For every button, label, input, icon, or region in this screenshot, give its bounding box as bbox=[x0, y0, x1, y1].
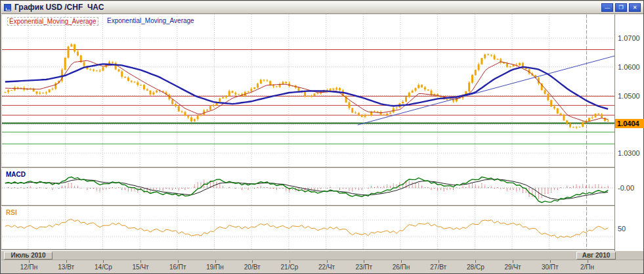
date-axis-tick bbox=[252, 260, 253, 263]
date-axis-label: 26/Пн bbox=[385, 263, 417, 271]
date-axis-tick bbox=[475, 260, 476, 263]
date-axis-label: 21/Ср bbox=[274, 263, 305, 271]
month-strip: Июль 2010 Авг 2010 bbox=[1, 251, 643, 260]
price-axis-label: 1.0300 bbox=[618, 149, 640, 157]
month-marker-july: Июль 2010 bbox=[4, 252, 53, 260]
macd-panel-canvas[interactable] bbox=[2, 169, 614, 205]
indicator-label-ema-blue: Exponential_Moving_Average bbox=[107, 17, 194, 24]
date-axis-tick bbox=[140, 260, 141, 263]
date-axis-label: 23/Пт bbox=[348, 263, 379, 271]
price-chart-canvas[interactable] bbox=[2, 14, 614, 167]
date-axis-tick bbox=[290, 260, 290, 263]
indicator-label-ema-red: Exponential_Moving_Average bbox=[7, 17, 98, 26]
date-axis-tick bbox=[29, 260, 30, 263]
restore-button[interactable]: ❐ bbox=[615, 3, 627, 12]
current-price-badge: 1.0404 bbox=[615, 119, 644, 128]
price-axis[interactable]: 1.0404 -0.00 50 1.07001.06001.05001.0300 bbox=[614, 14, 643, 251]
month-marker-august: Авг 2010 bbox=[576, 252, 616, 260]
minimize-button[interactable]: — bbox=[601, 3, 613, 12]
date-axis-tick bbox=[550, 260, 551, 263]
chart-window-icon bbox=[4, 4, 11, 11]
date-axis-label: 19/Пн bbox=[200, 263, 231, 271]
date-axis-label: 22/Чт bbox=[311, 263, 343, 271]
date-axis-label: 13/Вт bbox=[51, 263, 82, 271]
date-axis-tick bbox=[513, 260, 513, 263]
chart-window: График USD /CHF ЧАС —❐✕ Exponential_Movi… bbox=[0, 0, 644, 274]
date-axis-tick bbox=[215, 260, 216, 263]
date-axis-tick bbox=[588, 260, 588, 263]
date-axis-label: 15/Чт bbox=[125, 263, 156, 271]
date-axis[interactable]: 12/Пн13/Вт14/Ср15/Чт16/Пт19/Пн20/Вт21/Ср… bbox=[1, 260, 643, 273]
date-axis-label: 16/Пт bbox=[162, 263, 194, 271]
close-button[interactable]: ✕ bbox=[629, 3, 641, 12]
date-axis-label: 12/Пн bbox=[13, 263, 45, 271]
macd-panel-label: MACD bbox=[6, 171, 26, 178]
date-axis-tick bbox=[439, 260, 439, 263]
date-axis-label: 30/Пт bbox=[534, 263, 566, 271]
date-axis-tick bbox=[103, 260, 104, 263]
title-bar[interactable]: График USD /CHF ЧАС —❐✕ bbox=[1, 1, 643, 14]
price-axis-label: 1.0600 bbox=[618, 63, 640, 71]
date-axis-label: 27/Вт bbox=[423, 263, 454, 271]
date-axis-tick bbox=[66, 260, 67, 263]
date-axis-tick bbox=[401, 260, 402, 263]
rsi-panel-canvas[interactable] bbox=[2, 207, 614, 249]
date-axis-label: 2/Пн bbox=[572, 263, 603, 271]
price-axis-label: 1.0700 bbox=[618, 34, 640, 42]
rsi-axis-value: 50 bbox=[618, 225, 626, 233]
date-axis-label: 28/Ср bbox=[460, 263, 491, 271]
date-axis-label: 14/Ср bbox=[87, 263, 119, 271]
date-axis-label: 29/Чт bbox=[497, 263, 528, 271]
window-title: График USD /CHF ЧАС bbox=[14, 3, 104, 12]
macd-axis-value: -0.00 bbox=[618, 184, 634, 192]
date-axis-label: 20/Вт bbox=[236, 263, 268, 271]
date-axis-tick bbox=[327, 260, 328, 263]
rsi-panel-label: RSI bbox=[6, 209, 17, 216]
date-axis-tick bbox=[178, 260, 179, 263]
date-axis-tick bbox=[364, 260, 364, 263]
window-controls: —❐✕ bbox=[601, 3, 641, 12]
price-axis-label: 1.0500 bbox=[618, 92, 640, 100]
